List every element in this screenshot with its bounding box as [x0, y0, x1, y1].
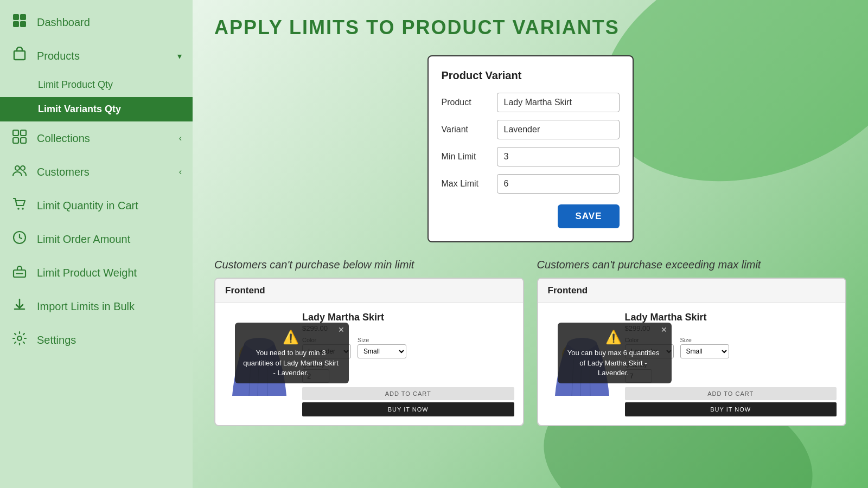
max-frontend-header: Frontend: [538, 279, 846, 303]
close-icon[interactable]: ✕: [661, 325, 667, 336]
svg-rect-8: [21, 138, 26, 143]
sidebar-item-label: Import Limits in Bulk: [37, 300, 135, 313]
min-limit-row: Min Limit: [442, 147, 620, 166]
variant-row: Variant: [442, 120, 620, 139]
max-limit-input[interactable]: [497, 174, 620, 194]
max-frontend-card: Frontend !: [537, 278, 847, 426]
sidebar-item-label: Customers: [37, 166, 90, 178]
sidebar-item-limit-order-amount[interactable]: Limit Order Amount: [0, 222, 193, 256]
variant-form: Product Variant Product Variant Min Limi…: [427, 55, 634, 242]
cart-icon: [11, 196, 28, 215]
svg-rect-3: [20, 21, 26, 27]
min-product-name: Lady Martha Skirt: [302, 312, 514, 323]
min-add-cart-button[interactable]: ADD TO CART: [302, 387, 514, 400]
min-warning-popup: ✕ ⚠️ You need to buy min 3 quantities of…: [235, 323, 349, 383]
svg-point-15: [17, 336, 22, 341]
max-size-label: Size: [680, 337, 729, 343]
max-limit-example: Customers can't purchase exceeding max l…: [537, 259, 847, 426]
chevron-down-icon: ▾: [177, 51, 182, 61]
sidebar-subitem-limit-product-qty[interactable]: Limit Product Qty: [0, 73, 193, 97]
min-frontend-body: ! ✕ ⚠️: [215, 303, 523, 425]
svg-rect-0: [13, 14, 19, 20]
min-size-label: Size: [358, 337, 406, 343]
min-limit-example: Customers can't purchase below min limit…: [214, 259, 524, 426]
max-add-cart-button[interactable]: ADD TO CART: [625, 387, 837, 400]
min-buy-now-button[interactable]: BUY IT NOW: [302, 402, 514, 416]
sidebar-item-limit-qty-cart[interactable]: Limit Quantity in Cart: [0, 189, 193, 222]
min-caption: Customers can't purchase below min limit: [214, 259, 524, 271]
svg-rect-7: [13, 138, 18, 143]
sidebar-item-label: Settings: [37, 334, 76, 346]
product-label: Product: [442, 98, 492, 107]
sidebar-subitem-label: Limit Variants Qty: [38, 104, 121, 115]
max-product-name: Lady Martha Skirt: [625, 312, 837, 323]
sidebar-item-label: Limit Quantity in Cart: [37, 200, 138, 212]
sidebar: Dashboard Products ▾ Limit Product Qty L…: [0, 0, 193, 488]
max-limit-row: Max Limit: [442, 174, 620, 194]
sidebar-item-import-limits-bulk[interactable]: Import Limits in Bulk: [0, 290, 193, 323]
min-size-select[interactable]: Small: [358, 344, 406, 358]
product-input[interactable]: [497, 93, 620, 112]
products-icon: [11, 47, 28, 65]
svg-point-10: [21, 166, 25, 170]
sidebar-item-label: Limit Order Amount: [37, 233, 130, 246]
close-icon[interactable]: ✕: [338, 325, 344, 336]
sidebar-item-products[interactable]: Products ▾: [0, 39, 193, 73]
sidebar-item-label: Limit Product Weight: [37, 267, 137, 279]
svg-rect-5: [13, 130, 18, 136]
min-frontend-card: Frontend !: [214, 278, 524, 426]
svg-rect-1: [20, 14, 26, 20]
sidebar-item-label: Products: [37, 50, 80, 62]
sidebar-item-customers[interactable]: Customers ‹: [0, 155, 193, 189]
import-icon: [11, 297, 28, 316]
dashboard-icon: [11, 13, 28, 31]
min-limit-label: Min Limit: [442, 152, 492, 162]
weight-icon: [11, 264, 28, 282]
save-button[interactable]: SAVE: [558, 204, 619, 228]
skirt-illustration-max: ! ✕ ⚠️ You can buy max 6 quan: [547, 312, 617, 399]
form-title: Product Variant: [442, 69, 620, 82]
svg-point-9: [15, 166, 20, 170]
examples-row: Customers can't purchase below min limit…: [214, 259, 846, 426]
sidebar-subitem-label: Limit Product Qty: [38, 79, 113, 91]
chevron-left-icon: ‹: [179, 133, 182, 143]
max-buy-now-button[interactable]: BUY IT NOW: [625, 402, 837, 416]
product-row: Product: [442, 93, 620, 112]
min-warning-text: You need to buy min 3 quantities of Lady…: [243, 349, 339, 376]
sidebar-item-settings[interactable]: Settings: [0, 323, 193, 357]
svg-rect-6: [21, 130, 26, 136]
sidebar-item-collections[interactable]: Collections ‹: [0, 121, 193, 155]
svg-point-11: [17, 208, 20, 210]
svg-rect-4: [14, 51, 25, 60]
sidebar-item-dashboard[interactable]: Dashboard: [0, 5, 193, 39]
chevron-left-icon: ‹: [179, 167, 182, 177]
sidebar-subitem-limit-variants-qty[interactable]: Limit Variants Qty: [0, 97, 193, 121]
sidebar-item-limit-product-weight[interactable]: Limit Product Weight: [0, 256, 193, 290]
svg-point-12: [22, 208, 24, 210]
max-warning-popup: ✕ ⚠️ You can buy max 6 quantities of Lad…: [558, 323, 672, 383]
collections-icon: [11, 129, 28, 147]
variant-label: Variant: [442, 125, 492, 134]
svg-rect-2: [13, 21, 19, 27]
order-icon: [11, 230, 28, 248]
settings-icon: [11, 331, 28, 349]
min-limit-input[interactable]: [497, 147, 620, 166]
max-warning-text: You can buy max 6 quantities of Lady Mar…: [567, 349, 659, 376]
max-frontend-body: ! ✕ ⚠️ You can buy max 6 quan: [538, 303, 846, 425]
max-size-select[interactable]: Small: [680, 344, 729, 358]
min-frontend-header: Frontend: [215, 279, 523, 303]
page-title: APPLY LIMITS TO PRODUCT VARIANTS: [214, 16, 846, 39]
main-content: APPLY LIMITS TO PRODUCT VARIANTS Product…: [193, 0, 868, 488]
sidebar-item-label: Dashboard: [37, 16, 90, 29]
customers-icon: [11, 163, 28, 181]
sidebar-item-label: Collections: [37, 132, 90, 145]
variant-input[interactable]: [497, 120, 620, 139]
max-caption: Customers can't purchase exceeding max l…: [537, 259, 847, 271]
skirt-illustration-min: ! ✕ ⚠️: [224, 312, 295, 399]
max-limit-label: Max Limit: [442, 179, 492, 189]
